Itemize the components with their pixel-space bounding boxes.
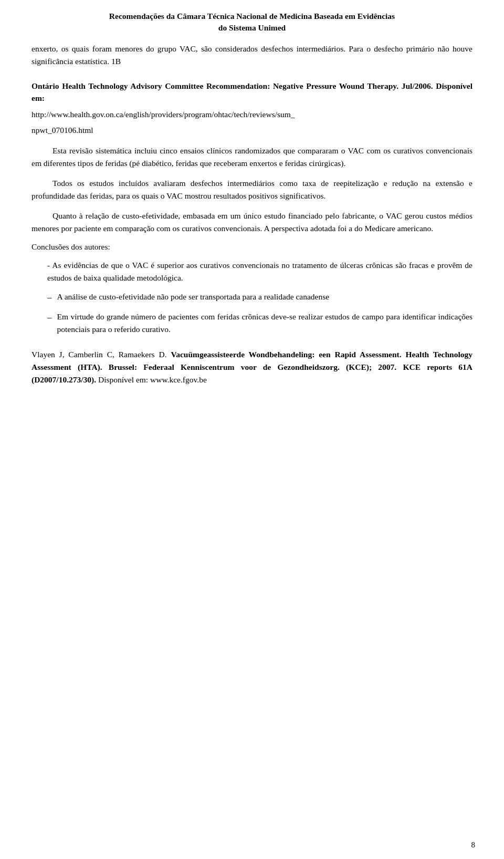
header-section: Recomendações da Câmara Técnica Nacional… <box>32 11 472 33</box>
body-p3-text: Quanto à relação de custo-efetividade, e… <box>32 211 472 233</box>
final-reference-block: Vlayen J, Camberlin C, Ramaekers D. Vacu… <box>32 348 472 386</box>
bullet-text-3: Em virtude do grande número de pacientes… <box>57 311 473 336</box>
reference-title-label: Ontário Health Technology Advisory Commi… <box>32 80 472 105</box>
url-line: http://www.health.gov.on.ca/english/prov… <box>32 108 472 120</box>
reference-block: Ontário Health Technology Advisory Commi… <box>32 80 472 136</box>
page-number: 8 <box>471 841 476 850</box>
final-ref-title: Vacuümgeassisteerde Wondbehandeling: een… <box>171 350 405 359</box>
bullet-item-1: - As evidências de que o VAC é superior … <box>47 259 472 284</box>
intro-paragraph: enxerto, os quais foram menores do grupo… <box>32 43 472 67</box>
intro-text: enxerto, os quais foram menores do grupo… <box>32 44 472 65</box>
body-paragraph-3: Quanto à relação de custo-efetividade, e… <box>32 210 472 235</box>
body-p2-text: Todos os estudos incluídos avaliaram des… <box>32 179 472 200</box>
bullet-text-1: - As evidências de que o VAC é superior … <box>47 259 472 284</box>
final-ref-url: Disponível em: www.kce.fgov.be <box>98 375 207 384</box>
conclusoes-section: Conclusões dos autores: - As evidências … <box>32 242 472 336</box>
header-title-line1: Recomendações da Câmara Técnica Nacional… <box>109 12 395 20</box>
header-title: Recomendações da Câmara Técnica Nacional… <box>32 11 472 33</box>
bullet-item-3: – Em virtude do grande número de pacient… <box>47 311 472 336</box>
page-container: Recomendações da Câmara Técnica Nacional… <box>0 0 504 859</box>
bullet-item-2: – A análise de custo-efetividade não pod… <box>47 291 472 304</box>
em-dash-1: – <box>47 291 52 304</box>
conclusoes-title: Conclusões dos autores: <box>32 242 472 252</box>
bullet-list: - As evidências de que o VAC é superior … <box>47 259 472 336</box>
bullet-text-2: A análise de custo-efetividade não pode … <box>57 291 473 303</box>
final-ref-authors: Vlayen J, Camberlin C, Ramaekers D. <box>32 350 167 359</box>
body-paragraph-2: Todos os estudos incluídos avaliaram des… <box>32 177 472 202</box>
em-dash-2: – <box>47 311 52 324</box>
body-paragraph-1: Esta revisão sistemática incluiu cinco e… <box>32 144 472 170</box>
url-line2: npwt_070106.html <box>32 124 472 136</box>
header-title-line2: do Sistema Unimed <box>218 23 286 32</box>
final-ref-line-1: Vlayen J, Camberlin C, Ramaekers D. Vacu… <box>32 348 472 386</box>
body-p1-text: Esta revisão sistemática incluiu cinco e… <box>32 146 472 168</box>
